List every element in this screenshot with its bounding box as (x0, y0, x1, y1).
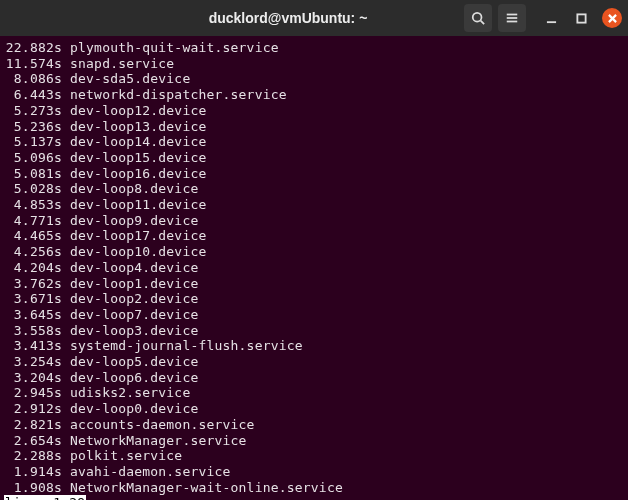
boot-time: 3.762s (4, 276, 62, 292)
boot-time: 3.645s (4, 307, 62, 323)
window-controls (542, 8, 622, 28)
service-name: dev-loop14.device (62, 134, 206, 149)
service-name: dev-loop4.device (62, 260, 198, 275)
terminal-line: 2.654s NetworkManager.service (4, 433, 626, 449)
boot-time: 5.081s (4, 166, 62, 182)
boot-time: 1.914s (4, 464, 62, 480)
pager-status: lines 1-29 (4, 495, 86, 500)
service-name: dev-loop13.device (62, 119, 206, 134)
boot-time: 4.853s (4, 197, 62, 213)
terminal-line: 4.204s dev-loop4.device (4, 260, 626, 276)
terminal-line: 5.137s dev-loop14.device (4, 134, 626, 150)
boot-time: 4.465s (4, 228, 62, 244)
svg-line-1 (481, 21, 485, 25)
boot-time: 5.028s (4, 181, 62, 197)
service-name: systemd-journal-flush.service (62, 338, 303, 353)
terminal-line: 8.086s dev-sda5.device (4, 71, 626, 87)
terminal-line: 4.256s dev-loop10.device (4, 244, 626, 260)
service-name: avahi-daemon.service (62, 464, 231, 479)
boot-time: 22.882s (4, 40, 62, 56)
service-name: udisks2.service (62, 385, 190, 400)
boot-time: 5.273s (4, 103, 62, 119)
boot-time: 8.086s (4, 71, 62, 87)
terminal-line: 22.882s plymouth-quit-wait.service (4, 40, 626, 56)
boot-time: 1.908s (4, 480, 62, 496)
service-name: accounts-daemon.service (62, 417, 255, 432)
service-name: dev-loop1.device (62, 276, 198, 291)
service-name: dev-loop10.device (62, 244, 206, 259)
terminal-line: 3.413s systemd-journal-flush.service (4, 338, 626, 354)
terminal-line: 11.574s snapd.service (4, 56, 626, 72)
service-name: dev-loop6.device (62, 370, 198, 385)
terminal-line: 4.853s dev-loop11.device (4, 197, 626, 213)
terminal-line: 6.443s networkd-dispatcher.service (4, 87, 626, 103)
service-name: NetworkManager-wait-online.service (62, 480, 343, 495)
boot-time: 3.254s (4, 354, 62, 370)
window-title: ducklord@vmUbuntu: ~ (112, 10, 464, 26)
boot-time: 4.771s (4, 213, 62, 229)
maximize-icon (576, 13, 587, 24)
titlebar: ducklord@vmUbuntu: ~ (0, 0, 628, 36)
terminal-line: 3.204s dev-loop6.device (4, 370, 626, 386)
boot-time: 4.204s (4, 260, 62, 276)
service-name: polkit.service (62, 448, 182, 463)
terminal-line: 5.273s dev-loop12.device (4, 103, 626, 119)
service-name: dev-sda5.device (62, 71, 190, 86)
service-name: dev-loop0.device (62, 401, 198, 416)
boot-time: 2.821s (4, 417, 62, 433)
service-name: dev-loop7.device (62, 307, 198, 322)
boot-time: 6.443s (4, 87, 62, 103)
terminal-line: 3.558s dev-loop3.device (4, 323, 626, 339)
boot-time: 3.671s (4, 291, 62, 307)
terminal-line: 2.288s polkit.service (4, 448, 626, 464)
service-name: dev-loop16.device (62, 166, 206, 181)
boot-time: 5.096s (4, 150, 62, 166)
minimize-button[interactable] (542, 9, 560, 27)
service-name: dev-loop3.device (62, 323, 198, 338)
boot-time: 2.912s (4, 401, 62, 417)
terminal-line: 3.254s dev-loop5.device (4, 354, 626, 370)
service-name: dev-loop5.device (62, 354, 198, 369)
boot-time: 5.236s (4, 119, 62, 135)
terminal-line: 1.914s avahi-daemon.service (4, 464, 626, 480)
svg-point-0 (473, 13, 482, 22)
service-name: NetworkManager.service (62, 433, 247, 448)
boot-time: 5.137s (4, 134, 62, 150)
service-name: dev-loop9.device (62, 213, 198, 228)
svg-rect-6 (577, 14, 585, 22)
terminal-line: 2.821s accounts-daemon.service (4, 417, 626, 433)
service-name: dev-loop15.device (62, 150, 206, 165)
menu-icon (505, 11, 519, 25)
terminal-line: 3.671s dev-loop2.device (4, 291, 626, 307)
terminal-line: 5.236s dev-loop13.device (4, 119, 626, 135)
terminal-line: 3.645s dev-loop7.device (4, 307, 626, 323)
service-name: dev-loop11.device (62, 197, 206, 212)
terminal-line: 1.908s NetworkManager-wait-online.servic… (4, 480, 626, 496)
maximize-button[interactable] (572, 9, 590, 27)
boot-time: 3.558s (4, 323, 62, 339)
service-name: snapd.service (62, 56, 174, 71)
search-icon (471, 11, 485, 25)
terminal-line: 2.945s udisks2.service (4, 385, 626, 401)
service-name: dev-loop8.device (62, 181, 198, 196)
terminal-line: 5.081s dev-loop16.device (4, 166, 626, 182)
boot-time: 2.654s (4, 433, 62, 449)
service-name: dev-loop17.device (62, 228, 206, 243)
terminal-line: 5.096s dev-loop15.device (4, 150, 626, 166)
terminal-output[interactable]: 22.882s plymouth-quit-wait.service11.574… (0, 36, 628, 500)
search-button[interactable] (464, 4, 492, 32)
boot-time: 4.256s (4, 244, 62, 260)
boot-time: 11.574s (4, 56, 62, 72)
service-name: networkd-dispatcher.service (62, 87, 287, 102)
service-name: dev-loop2.device (62, 291, 198, 306)
terminal-line: 4.465s dev-loop17.device (4, 228, 626, 244)
menu-button[interactable] (498, 4, 526, 32)
service-name: dev-loop12.device (62, 103, 206, 118)
service-name: plymouth-quit-wait.service (62, 40, 279, 55)
boot-time: 2.945s (4, 385, 62, 401)
terminal-line: 5.028s dev-loop8.device (4, 181, 626, 197)
close-button[interactable] (602, 8, 622, 28)
minimize-icon (546, 13, 557, 24)
terminal-line: 2.912s dev-loop0.device (4, 401, 626, 417)
boot-time: 2.288s (4, 448, 62, 464)
